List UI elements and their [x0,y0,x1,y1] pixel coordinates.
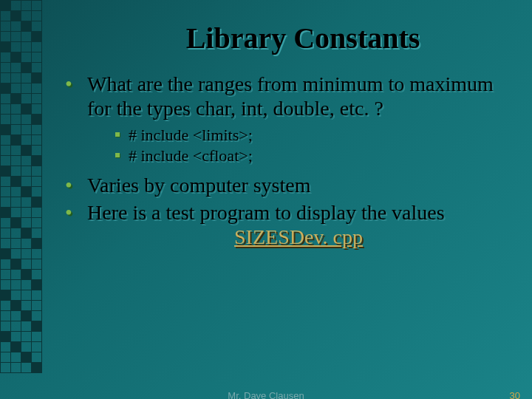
program-link[interactable]: SIZESDev. cpp [234,225,363,248]
sub-bullet-list: # include <limits>; # include <cfloat>; [112,125,510,166]
bullet-text: Here is a test program to display the va… [87,201,445,224]
sub-bullet-item: # include <cfloat>; [112,146,510,166]
bullet-text: What are the ranges from minimum to maxi… [87,72,494,120]
slide-body: Library Constants What are the ranges fr… [0,0,532,399]
bullet-item: What are the ranges from minimum to maxi… [52,72,510,166]
bullet-item: Varies by computer system [52,173,510,197]
bullet-list: What are the ranges from minimum to maxi… [52,72,510,249]
bullet-item: Here is a test program to display the va… [52,200,510,249]
slide-title: Library Constants [52,21,510,55]
footer-author: Mr. Dave Clausen [228,390,304,399]
sub-bullet-item: # include <limits>; [112,125,510,146]
footer-page-number: 30 [510,390,520,399]
